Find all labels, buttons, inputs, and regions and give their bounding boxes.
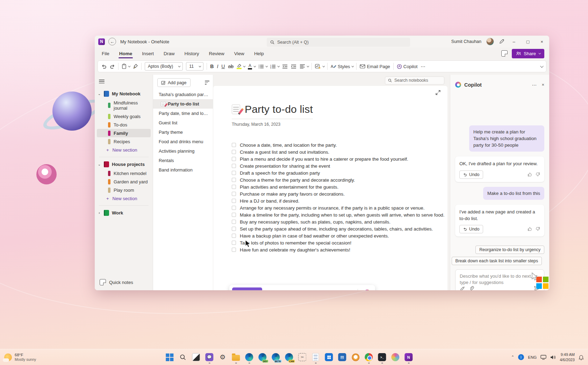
underline-button[interactable]: U <box>221 64 225 69</box>
sticky-note-icon[interactable] <box>501 50 508 57</box>
menu-file[interactable]: File <box>101 49 110 58</box>
task-checkbox[interactable] <box>232 171 236 175</box>
add-page-button[interactable]: Add page <box>157 78 191 87</box>
collapse-ribbon-chevron[interactable] <box>540 64 544 68</box>
menu-review[interactable]: Review <box>208 49 225 58</box>
app-icon-paint[interactable] <box>391 353 400 362</box>
thumbs-down-icon[interactable] <box>536 172 540 177</box>
start-button[interactable] <box>165 353 174 362</box>
app-icon-chat[interactable]: 💬 <box>205 353 214 362</box>
menu-view[interactable]: View <box>234 49 245 58</box>
menu-history[interactable]: History <box>184 49 200 58</box>
prompt-pen-icon[interactable] <box>460 286 465 290</box>
page-item-selected[interactable]: Party to-do list <box>153 99 213 109</box>
app-icon-file-explorer[interactable] <box>231 353 240 362</box>
taskbar-weather-widget[interactable]: 68°F Mostly sunny <box>4 352 36 362</box>
copilot-close-button[interactable]: × <box>542 82 544 87</box>
search-notebooks-input[interactable]: Search notebooks <box>385 76 444 85</box>
task-text[interactable]: Buy any necessary supplies, such as plat… <box>240 219 390 225</box>
sort-icon[interactable] <box>205 81 209 84</box>
bluetooth-icon[interactable]: ᛒ <box>518 354 524 360</box>
page-item[interactable]: Tasha's graduation par… <box>153 90 213 99</box>
close-button[interactable]: × <box>537 37 546 46</box>
task-checkbox[interactable] <box>232 206 236 210</box>
notifications-button[interactable] <box>579 355 584 360</box>
tray-overflow-chevron[interactable]: ⌃ <box>511 355 514 359</box>
app-icon-edge-beta[interactable]: BETA <box>271 353 280 362</box>
thumbs-up-icon[interactable] <box>528 227 532 231</box>
app-icon-edge-dev[interactable]: DEV <box>258 353 267 362</box>
paperclip-icon[interactable] <box>469 286 474 290</box>
task-text[interactable]: Take lots of photos to remember the spec… <box>240 240 351 246</box>
menu-help[interactable]: Help <box>253 49 265 58</box>
notebook-my-notebook[interactable]: ⌄ My Notebook <box>95 89 153 98</box>
app-icon-store[interactable] <box>324 353 333 362</box>
task-checkbox[interactable] <box>232 185 236 189</box>
page-item[interactable]: Party date, time and locat… <box>153 109 213 118</box>
page-item[interactable]: Rentals <box>153 156 213 165</box>
cast-icon[interactable] <box>540 355 546 360</box>
task-checkbox[interactable] <box>232 248 236 252</box>
highlighter-button[interactable] <box>237 64 245 69</box>
task-text[interactable]: Choose a date, time, and location for th… <box>240 143 337 148</box>
menu-insert[interactable]: Insert <box>141 49 155 58</box>
sidebar-item-garden-and-yard[interactable]: Garden and yard <box>97 177 151 186</box>
app-icon-edge-canary[interactable]: CAN <box>285 353 293 362</box>
thumbs-up-icon[interactable] <box>528 172 532 177</box>
new-section-button-1[interactable]: +New section <box>95 146 153 154</box>
page-canvas[interactable]: Party to-do list Thursday, March 16, 202… <box>213 86 447 290</box>
volume-icon[interactable] <box>550 355 556 360</box>
tags-button[interactable] <box>315 64 324 69</box>
task-checkbox[interactable] <box>232 178 236 182</box>
inking-pen-icon[interactable] <box>499 39 504 44</box>
app-icon-onedrive-doc[interactable]: ▤ <box>338 353 346 362</box>
hamburger-menu-icon[interactable] <box>99 80 105 83</box>
decrease-indent-button[interactable] <box>282 64 288 69</box>
task-checkbox[interactable] <box>232 241 236 245</box>
format-painter-button[interactable] <box>133 64 138 69</box>
undo-button[interactable]: Undo <box>459 170 483 179</box>
alignment-button[interactable] <box>300 64 308 69</box>
app-icon-chrome[interactable] <box>364 353 373 362</box>
app-icon-document-list[interactable] <box>311 353 320 362</box>
task-text[interactable]: Plan a menu and decide if you want to hi… <box>240 156 408 162</box>
page-item[interactable]: Band information <box>153 165 213 175</box>
task-text[interactable]: Hire a DJ or band, if desired. <box>240 198 299 204</box>
task-text[interactable]: Have fun and celebrate my daughter's ach… <box>240 247 350 253</box>
task-text[interactable]: Choose a theme for the party and decorat… <box>240 177 355 183</box>
quick-notes-button[interactable]: Quick notes <box>95 276 153 287</box>
italic-button[interactable]: I <box>217 64 218 69</box>
sidebar-item-weekly-goals[interactable]: Weekly goals <box>97 112 151 121</box>
font-size-dropdown[interactable]: 11 <box>186 62 203 71</box>
undo-button[interactable]: Undo <box>459 225 483 233</box>
chip-reorganize[interactable]: Reorganize to-do list by urgency <box>475 246 544 254</box>
copilot-more-button[interactable]: ⋯ <box>532 82 537 88</box>
keep-it-button[interactable]: ✓ Keep it <box>232 287 262 290</box>
styles-button[interactable]: AStyles <box>331 64 353 69</box>
sidebar-item-kitchen-remodel[interactable]: Kitchen remodel <box>97 169 151 177</box>
menu-draw[interactable]: Draw <box>163 49 175 58</box>
new-section-button-2[interactable]: +New section <box>95 194 153 203</box>
sidebar-item-family[interactable]: Family <box>97 129 151 137</box>
app-icon-settings[interactable]: ⚙ <box>218 353 227 362</box>
task-checkbox[interactable] <box>232 234 236 238</box>
strikethrough-button[interactable]: ab <box>228 64 234 69</box>
task-text[interactable]: Set up the party space ahead of time, in… <box>240 226 433 232</box>
ribbon-more-button[interactable]: ⋯ <box>421 64 425 69</box>
task-checkbox[interactable] <box>232 143 236 147</box>
copilot-input[interactable]: Describe what you'd like to do next, or … <box>455 269 544 290</box>
expand-icon[interactable] <box>436 90 440 95</box>
numbered-list-button[interactable]: 123 <box>270 64 279 69</box>
thumbs-down-icon[interactable] <box>536 227 540 231</box>
sidebar-item-recipes[interactable]: Recipes <box>97 137 151 146</box>
app-icon-snipping-tool[interactable]: ✂ <box>298 353 307 362</box>
minimize-button[interactable]: – <box>509 37 518 46</box>
sidebar-item-play-room[interactable]: Play room <box>97 186 151 194</box>
adjust-button[interactable]: Adjust <box>268 290 288 291</box>
page-title[interactable]: Party to-do list <box>245 103 313 115</box>
task-text[interactable]: Draft a speech for the graduation party <box>240 170 320 176</box>
task-checkbox[interactable] <box>232 192 236 196</box>
task-text[interactable]: Plan activities and entertainment for th… <box>240 184 338 190</box>
page-item[interactable]: Guest list <box>153 118 213 127</box>
share-button[interactable]: Share <box>512 49 544 58</box>
